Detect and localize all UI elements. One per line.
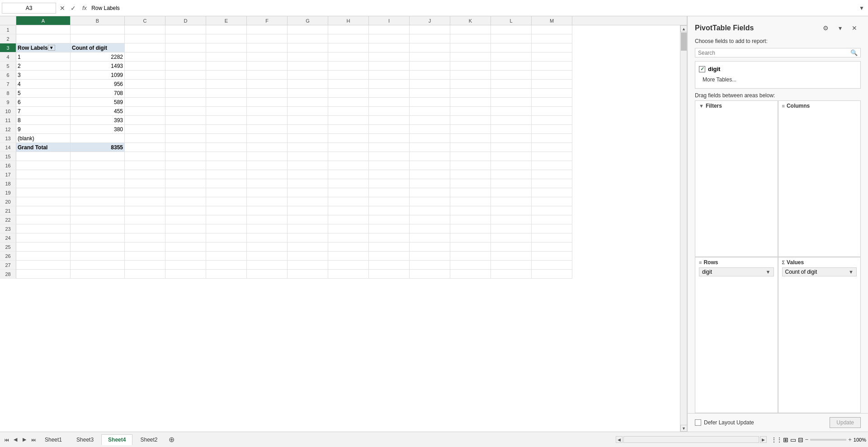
list-item[interactable] — [247, 243, 288, 252]
list-item[interactable] — [16, 152, 71, 161]
list-item[interactable] — [71, 134, 125, 143]
list-item[interactable] — [247, 98, 288, 107]
list-item[interactable] — [16, 215, 71, 224]
list-item[interactable] — [410, 270, 450, 279]
tab-sheet3[interactable]: Sheet3 — [70, 434, 100, 445]
list-item[interactable] — [328, 98, 369, 107]
list-item[interactable] — [288, 152, 328, 161]
list-item[interactable] — [410, 125, 450, 134]
list-item[interactable] — [369, 243, 410, 252]
list-item[interactable] — [410, 261, 450, 270]
list-item[interactable] — [450, 134, 491, 143]
list-item[interactable] — [206, 252, 247, 261]
list-item[interactable] — [410, 161, 450, 170]
list-item[interactable]: 5 — [16, 89, 71, 98]
list-item[interactable] — [125, 107, 165, 116]
list-item[interactable] — [288, 80, 328, 89]
list-item[interactable] — [247, 215, 288, 224]
list-item[interactable] — [125, 161, 165, 170]
list-item[interactable] — [288, 197, 328, 206]
list-item[interactable]: Row Labels ▼ — [16, 43, 71, 52]
list-item[interactable] — [288, 170, 328, 179]
list-item[interactable] — [125, 43, 165, 52]
list-item[interactable] — [450, 206, 491, 215]
col-header-m[interactable]: M — [532, 16, 572, 25]
list-item[interactable] — [369, 43, 410, 52]
list-item[interactable] — [247, 152, 288, 161]
list-item[interactable] — [165, 134, 206, 143]
list-item[interactable] — [450, 170, 491, 179]
list-item[interactable] — [206, 170, 247, 179]
list-item[interactable] — [125, 116, 165, 125]
list-item[interactable] — [288, 89, 328, 98]
list-item[interactable] — [532, 71, 572, 80]
tab-nav-prev-button[interactable]: ◀ — [11, 435, 20, 444]
list-item[interactable] — [206, 52, 247, 62]
list-item[interactable] — [491, 25, 532, 34]
list-item[interactable] — [410, 62, 450, 71]
list-item[interactable] — [532, 243, 572, 252]
list-item[interactable] — [206, 206, 247, 215]
list-item[interactable] — [450, 270, 491, 279]
col-header-a[interactable]: A — [16, 16, 71, 25]
list-item[interactable] — [71, 188, 125, 197]
list-item[interactable] — [206, 161, 247, 170]
scroll-down-button[interactable]: ▼ — [680, 425, 687, 432]
list-item[interactable] — [247, 107, 288, 116]
list-item[interactable] — [369, 215, 410, 224]
list-item[interactable] — [288, 215, 328, 224]
list-item[interactable] — [165, 52, 206, 62]
list-item[interactable] — [165, 261, 206, 270]
col-header-i[interactable]: I — [369, 16, 410, 25]
list-item[interactable] — [247, 170, 288, 179]
list-item[interactable] — [328, 252, 369, 261]
scroll-up-button[interactable]: ▲ — [680, 25, 687, 32]
update-button[interactable]: Update — [830, 417, 861, 428]
pivot-close-button[interactable]: ✕ — [848, 22, 861, 34]
list-item[interactable] — [206, 125, 247, 134]
list-item[interactable] — [410, 34, 450, 43]
list-item[interactable] — [369, 71, 410, 80]
list-item[interactable] — [71, 197, 125, 206]
list-item[interactable] — [410, 134, 450, 143]
list-item[interactable] — [450, 143, 491, 152]
list-item[interactable] — [206, 243, 247, 252]
col-header-j[interactable]: J — [410, 16, 450, 25]
list-item[interactable] — [410, 243, 450, 252]
list-item[interactable] — [125, 25, 165, 34]
pivot-values-count-digit-dropdown[interactable]: ▼ — [849, 269, 854, 275]
list-item[interactable] — [532, 80, 572, 89]
list-item[interactable] — [532, 152, 572, 161]
list-item[interactable] — [450, 161, 491, 170]
cancel-formula-button[interactable]: ✕ — [58, 4, 67, 13]
list-item[interactable] — [125, 134, 165, 143]
list-item[interactable] — [450, 107, 491, 116]
list-item[interactable] — [410, 98, 450, 107]
list-item[interactable] — [491, 143, 532, 152]
list-item[interactable] — [532, 170, 572, 179]
list-item[interactable] — [328, 62, 369, 71]
list-item[interactable] — [165, 89, 206, 98]
list-item[interactable] — [532, 270, 572, 279]
list-item[interactable] — [410, 116, 450, 125]
tab-sheet1[interactable]: Sheet1 — [38, 434, 69, 445]
list-item[interactable] — [247, 252, 288, 261]
list-item[interactable] — [247, 89, 288, 98]
list-item[interactable] — [206, 134, 247, 143]
list-item[interactable] — [125, 261, 165, 270]
list-item[interactable]: 956 — [71, 80, 125, 89]
list-item[interactable] — [288, 43, 328, 52]
name-box[interactable] — [2, 3, 56, 14]
list-item[interactable] — [532, 252, 572, 261]
col-header-k[interactable]: K — [450, 16, 491, 25]
list-item[interactable] — [491, 252, 532, 261]
list-item[interactable] — [369, 80, 410, 89]
list-item[interactable] — [16, 261, 71, 270]
list-item[interactable] — [450, 243, 491, 252]
list-item[interactable] — [288, 233, 328, 243]
list-item[interactable] — [410, 215, 450, 224]
list-item[interactable] — [450, 197, 491, 206]
list-item[interactable] — [125, 233, 165, 243]
list-item[interactable] — [165, 206, 206, 215]
list-item[interactable] — [532, 34, 572, 43]
